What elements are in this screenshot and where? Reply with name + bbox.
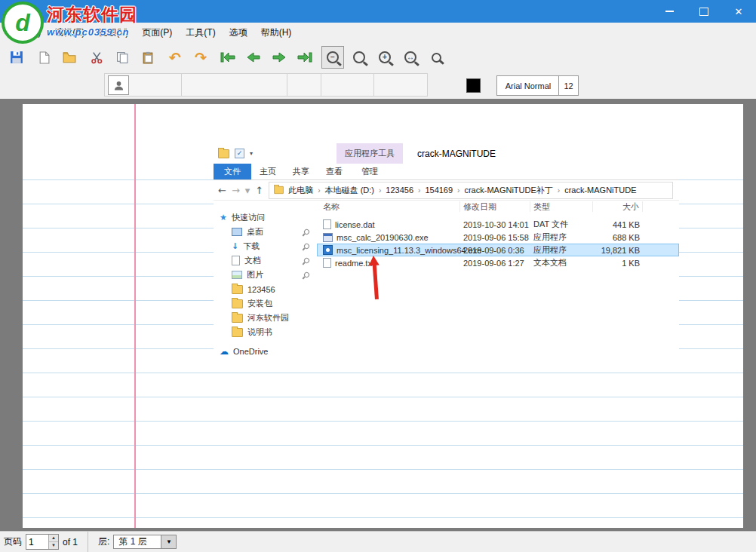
save-button[interactable] bbox=[6, 47, 27, 68]
layer-value: 第 1 层 bbox=[113, 535, 161, 549]
spinner-down-icon[interactable]: ▼ bbox=[49, 542, 58, 549]
star-icon: ★ bbox=[220, 213, 227, 222]
text-properties-button[interactable] bbox=[108, 75, 129, 95]
explorer-sidebar: ★快速访问 桌面 ↓下载 文档 图片 123456 安装包 河东软件园 说明书 … bbox=[214, 200, 317, 362]
zoom-actual-button[interactable] bbox=[349, 47, 370, 68]
location-folder-icon bbox=[274, 186, 284, 194]
document-icon bbox=[232, 256, 240, 265]
page-number-input[interactable] bbox=[26, 535, 48, 549]
cut-button[interactable] bbox=[86, 47, 107, 68]
column-type: 类型 bbox=[530, 201, 593, 212]
document-area: ✓ ▾ 应用程序工具 crack-MAGNiTUDE 文件 主页 共享 查看 管… bbox=[0, 99, 756, 532]
sidebar-item-pictures: 图片 bbox=[214, 268, 317, 282]
tab-view: 查看 bbox=[318, 164, 351, 179]
watermark-site-name: 河东软件园 bbox=[47, 3, 137, 26]
sidebar-item-folder: 123456 bbox=[214, 282, 317, 296]
first-page-button[interactable] bbox=[217, 47, 238, 68]
download-icon: ↓ bbox=[232, 241, 238, 251]
folder-icon bbox=[232, 299, 243, 308]
zoom-in-button[interactable]: + bbox=[374, 47, 395, 68]
forward-icon: → bbox=[232, 185, 240, 196]
context-tab-group: 应用程序工具 bbox=[337, 143, 403, 164]
open-button[interactable] bbox=[59, 47, 80, 68]
column-headers: 名称 修改日期 类型 大小 bbox=[317, 200, 679, 213]
menu-help[interactable]: 帮助(H) bbox=[254, 23, 299, 42]
site-watermark: d 河东软件园 www.pc0359.cn bbox=[2, 2, 137, 44]
folder-icon bbox=[232, 285, 243, 294]
cut-scissors-icon bbox=[91, 51, 103, 64]
open-folder-icon bbox=[63, 51, 76, 64]
new-document-button[interactable] bbox=[33, 47, 54, 68]
sidebar-item-quick-access: ★快速访问 bbox=[214, 210, 317, 225]
format-toolbar: Arial Normal 12 bbox=[0, 72, 756, 100]
file-icon bbox=[323, 219, 331, 229]
margin-line bbox=[134, 104, 136, 528]
first-page-icon bbox=[220, 52, 235, 63]
font-family-combo[interactable]: Arial Normal bbox=[496, 75, 560, 96]
copy-button[interactable] bbox=[112, 47, 133, 68]
redo-button[interactable]: ↷ bbox=[190, 47, 211, 68]
tab-home: 主页 bbox=[251, 164, 284, 179]
file-row-selected: msc_licensing_11.13.3_windows64.exe 2019… bbox=[317, 244, 679, 256]
up-icon: ↑ bbox=[255, 185, 263, 196]
watermark-site-url: www.pc0359.cn bbox=[47, 26, 137, 38]
status-separator bbox=[88, 532, 88, 552]
sidebar-item-folder: 安装包 bbox=[214, 296, 317, 311]
tab-share: 共享 bbox=[284, 164, 318, 179]
zoom-out-button[interactable]: − bbox=[321, 46, 344, 69]
find-button[interactable] bbox=[426, 47, 447, 68]
application-icon bbox=[323, 245, 333, 255]
maximize-icon bbox=[699, 8, 708, 16]
breadcrumb-segment: 123456 bbox=[383, 186, 416, 195]
close-button[interactable]: ✕ bbox=[721, 0, 756, 23]
menu-page[interactable]: 页面(P) bbox=[135, 23, 179, 42]
breadcrumb-segment: crack-MAGNiTUDE bbox=[562, 186, 638, 195]
previous-page-button[interactable] bbox=[243, 47, 264, 68]
paste-button[interactable] bbox=[137, 47, 158, 68]
file-list: 名称 修改日期 类型 大小 license.dat 2019-10-30 14:… bbox=[317, 200, 679, 362]
sidebar-item-folder: 河东软件园 bbox=[214, 311, 317, 325]
ribbon-tabs: 文件 主页 共享 查看 管理 bbox=[214, 164, 679, 180]
breadcrumb-segment: 此电脑 bbox=[286, 185, 315, 196]
page-number-label: 页码 bbox=[4, 535, 22, 548]
last-page-button[interactable] bbox=[294, 47, 315, 68]
checkbox-icon: ✓ bbox=[235, 149, 244, 158]
undo-button[interactable]: ↶ bbox=[164, 47, 186, 68]
minimize-button[interactable] bbox=[652, 0, 687, 23]
pictures-icon bbox=[232, 271, 242, 279]
document-page[interactable]: ✓ ▾ 应用程序工具 crack-MAGNiTUDE 文件 主页 共享 查看 管… bbox=[23, 104, 743, 528]
redo-icon: ↷ bbox=[195, 51, 207, 65]
pin-icon bbox=[303, 257, 311, 265]
menu-options[interactable]: 选项 bbox=[223, 23, 254, 42]
spinner-up-icon[interactable]: ▲ bbox=[49, 535, 58, 542]
close-icon: ✕ bbox=[735, 6, 743, 17]
column-date-modified: 修改日期 bbox=[460, 201, 530, 212]
application-icon bbox=[323, 233, 333, 242]
column-size: 大小 bbox=[593, 201, 643, 212]
maximize-button[interactable] bbox=[687, 0, 721, 23]
format-segment-2 bbox=[181, 73, 288, 97]
column-name: 名称 bbox=[317, 201, 460, 212]
paste-clipboard-icon bbox=[142, 51, 155, 64]
font-color-swatch[interactable] bbox=[466, 78, 481, 93]
zoom-fit-button[interactable]: ↔ bbox=[400, 47, 421, 68]
sidebar-item-downloads: ↓下载 bbox=[214, 239, 317, 253]
dropdown-arrow-icon: ▼ bbox=[166, 538, 172, 545]
sidebar-item-documents: 文档 bbox=[214, 253, 317, 268]
font-size-combo[interactable]: 12 bbox=[558, 75, 579, 96]
next-page-button[interactable] bbox=[269, 47, 290, 68]
breadcrumb-segment: 本地磁盘 (D:) bbox=[323, 185, 376, 196]
sidebar-item-desktop: 桌面 bbox=[214, 225, 317, 239]
layer-label: 层: bbox=[98, 535, 109, 548]
page-total-label: of 1 bbox=[63, 537, 78, 547]
layer-dropdown-button[interactable]: ▼ bbox=[161, 535, 177, 549]
zoom-out-icon: − bbox=[327, 51, 339, 63]
back-icon: ← bbox=[218, 185, 226, 196]
page-number-spinner[interactable]: ▲ ▼ bbox=[26, 534, 59, 550]
format-segment-4 bbox=[321, 73, 375, 97]
window-controls: ✕ bbox=[652, 0, 756, 23]
folder-icon bbox=[232, 314, 243, 323]
layer-combo[interactable]: 第 1 层 ▼ bbox=[113, 535, 177, 549]
copy-icon bbox=[116, 51, 129, 64]
menu-tools[interactable]: 工具(T) bbox=[179, 23, 222, 42]
